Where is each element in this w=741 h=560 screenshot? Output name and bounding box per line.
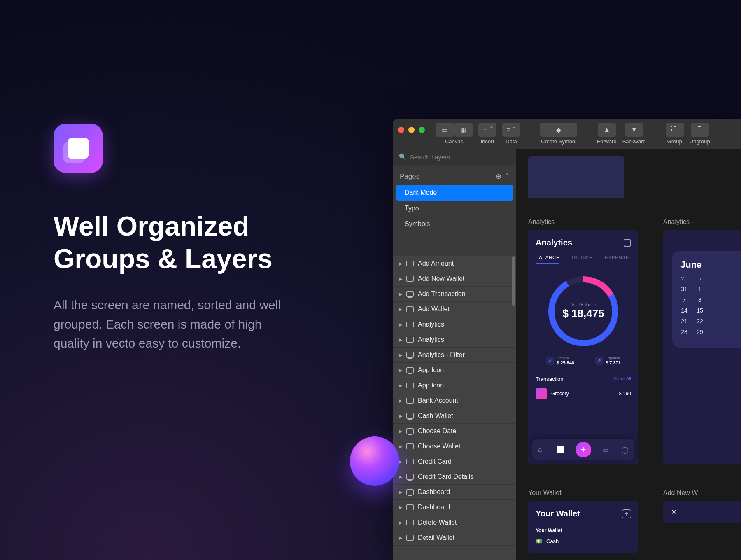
add-new-wallet-panel[interactable]: ×: [663, 501, 741, 523]
analytics-screen[interactable]: Analytics BALANCE INCOME EXPENSE Total B…: [528, 230, 638, 464]
layer-row[interactable]: ▶App Icon: [393, 378, 516, 393]
disclosure-icon[interactable]: ▶: [399, 292, 402, 297]
disclosure-icon[interactable]: ▶: [399, 535, 402, 541]
artboard-label-addnew[interactable]: Add New W: [663, 489, 741, 497]
group-button[interactable]: ⿻: [666, 123, 684, 137]
artboard-icon: [406, 413, 414, 419]
show-all-link[interactable]: Show All: [614, 376, 631, 382]
layer-label: Delete Wallet: [418, 519, 457, 526]
search-placeholder: Search Layers: [410, 154, 450, 161]
disclosure-icon[interactable]: ▶: [399, 322, 402, 327]
disclosure-icon[interactable]: ▶: [399, 505, 402, 510]
page-item-typo[interactable]: Typo: [396, 201, 513, 216]
wallet-item[interactable]: 💵 Cash: [536, 538, 631, 544]
disclosure-icon[interactable]: ▶: [399, 444, 402, 449]
disclosure-icon[interactable]: ▶: [399, 352, 402, 358]
layer-row[interactable]: ▶Dashboard: [393, 500, 516, 515]
artboard-icon: [406, 504, 414, 510]
disclosure-icon[interactable]: ▶: [399, 383, 402, 388]
artboard-icon: [406, 535, 414, 541]
profile-nav-icon[interactable]: ◯: [621, 446, 629, 453]
calendar-month: June: [680, 259, 741, 270]
balance-donut-chart: Total Balance $ 18,475: [548, 276, 618, 346]
layer-row[interactable]: ▶Add New Wallet: [393, 271, 516, 287]
scrollbar[interactable]: [512, 256, 515, 306]
disclosure-icon[interactable]: ▶: [399, 261, 402, 266]
close-icon[interactable]: [398, 127, 404, 133]
insert-button[interactable]: ＋ ˅: [478, 123, 496, 137]
income-label: Income: [557, 356, 574, 360]
disclosure-icon[interactable]: ▶: [399, 337, 402, 343]
layer-row[interactable]: ▶Analytics - Filter: [393, 348, 516, 363]
disclosure-icon[interactable]: ▶: [399, 429, 402, 434]
canvas-area[interactable]: Analytics Analytics BALANCE INCOME EXPEN…: [516, 149, 741, 560]
layer-row[interactable]: ▶Credit Card Details: [393, 469, 516, 485]
artboard-icon: [406, 291, 414, 297]
page-item-dark-mode[interactable]: Dark Mode: [396, 185, 513, 201]
layer-row[interactable]: ▶Credit Card: [393, 454, 516, 469]
layers-list[interactable]: ▶Add Amount▶Add New Wallet▶Add Transacti…: [393, 256, 516, 560]
data-button[interactable]: ≡ ˅: [502, 123, 520, 137]
disclosure-icon[interactable]: ▶: [399, 520, 402, 525]
backward-button[interactable]: ▼: [625, 123, 643, 137]
disclosure-icon[interactable]: ▶: [399, 474, 402, 480]
toolbar-canvas-label: Canvas: [445, 138, 463, 145]
analytics-nav-icon[interactable]: [557, 446, 564, 453]
layer-row[interactable]: ▶Choose Wallet: [393, 439, 516, 454]
layer-row[interactable]: ▶Add Amount: [393, 256, 516, 271]
expense-value: $ 7,371: [606, 360, 621, 365]
layer-row[interactable]: ▶Choose Date: [393, 424, 516, 439]
layer-row[interactable]: ▶Analytics: [393, 317, 516, 332]
disclosure-icon[interactable]: ▶: [399, 459, 402, 464]
artboard-label-wallet[interactable]: Your Wallet: [528, 489, 638, 497]
transaction-row[interactable]: Grocery -$ 190: [536, 388, 631, 399]
tab-balance[interactable]: BALANCE: [536, 255, 559, 264]
calendar-card[interactable]: June MoTu31178141521222829: [672, 251, 741, 348]
layer-label: Dashboard: [418, 488, 450, 496]
canvas-grid-button[interactable]: ▦: [454, 123, 473, 137]
tab-income[interactable]: INCOME: [572, 255, 592, 264]
layer-row[interactable]: ▶App Icon: [393, 363, 516, 378]
add-button[interactable]: +: [576, 442, 591, 457]
toolbar-forward-label: Forward: [597, 138, 617, 145]
disclosure-icon[interactable]: ▶: [399, 413, 402, 419]
add-wallet-button[interactable]: +: [622, 509, 631, 518]
disclosure-icon[interactable]: ▶: [399, 490, 402, 495]
layer-row[interactable]: ▶Add Wallet: [393, 302, 516, 317]
minimize-icon[interactable]: [408, 127, 415, 133]
layer-row[interactable]: ▶Add Transaction: [393, 287, 516, 302]
layer-row[interactable]: ▶Analytics: [393, 332, 516, 348]
grocery-icon: [536, 388, 547, 399]
forward-button[interactable]: ▲: [598, 123, 616, 137]
traffic-lights[interactable]: [398, 123, 425, 133]
add-page-icon[interactable]: ⊕: [496, 172, 501, 181]
wallet-nav-icon[interactable]: ▭: [603, 446, 610, 453]
layer-row[interactable]: ▶Bank Account: [393, 393, 516, 408]
layer-row[interactable]: ▶Delete Wallet: [393, 515, 516, 530]
artboard-icon: [406, 352, 414, 358]
artboard-label-analytics[interactable]: Analytics: [528, 218, 638, 226]
disclosure-icon[interactable]: ▶: [399, 276, 402, 282]
canvas-list-button[interactable]: ▭: [436, 123, 454, 137]
layer-row[interactable]: ▶Dashboard: [393, 485, 516, 500]
search-input[interactable]: 🔍 Search Layers: [393, 149, 516, 165]
artboard-thumb[interactable]: [528, 156, 624, 198]
transaction-label: Transaction: [536, 376, 563, 382]
calendar-icon[interactable]: [624, 239, 631, 247]
create-symbol-button[interactable]: ◆: [540, 123, 577, 137]
analytics-filter-screen[interactable]: June MoTu31178141521222829: [663, 230, 741, 464]
artboard-label-analytics2[interactable]: Analytics -: [663, 218, 741, 226]
home-icon[interactable]: ⌂: [538, 446, 545, 453]
disclosure-icon[interactable]: ▶: [399, 368, 402, 373]
maximize-icon[interactable]: [419, 127, 425, 133]
layer-row[interactable]: ▶Cash Wallet: [393, 408, 516, 424]
collapse-pages-icon[interactable]: ˅: [506, 172, 509, 181]
close-icon[interactable]: ×: [671, 507, 676, 517]
disclosure-icon[interactable]: ▶: [399, 307, 402, 312]
disclosure-icon[interactable]: ▶: [399, 398, 402, 404]
ungroup-button[interactable]: ⿻: [691, 123, 709, 137]
tab-expense[interactable]: EXPENSE: [605, 255, 629, 264]
layer-row[interactable]: ▶Detail Wallet: [393, 530, 516, 546]
wallet-screen[interactable]: Your Wallet + Your Wallet 💵 Cash: [528, 501, 638, 553]
page-item-symbols[interactable]: Symbols: [396, 216, 513, 232]
